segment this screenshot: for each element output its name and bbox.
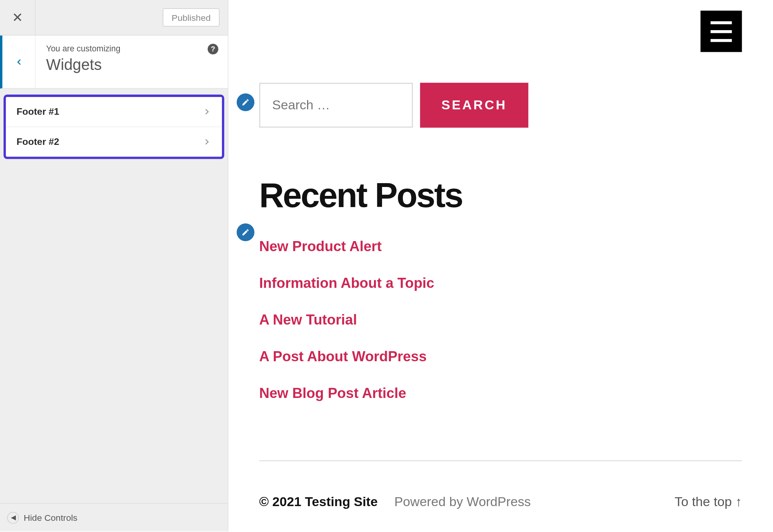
menu-toggle-button[interactable]: [701, 11, 742, 52]
search-input[interactable]: [259, 83, 413, 127]
list-item: Information About a Topic: [259, 275, 742, 291]
help-icon: ?: [211, 45, 215, 53]
pencil-icon: [241, 98, 249, 106]
widget-area-list: Footer #1 Footer #2: [0, 95, 228, 159]
back-button[interactable]: [2, 36, 36, 88]
hide-controls-button[interactable]: ◀ Hide Controls: [0, 503, 228, 531]
section-title: Widgets: [46, 56, 217, 74]
recent-posts-heading: Recent Posts: [259, 175, 742, 215]
list-item: New Blog Post Article: [259, 385, 742, 401]
preview-content: SEARCH Recent Posts New Product Alert In…: [259, 83, 742, 510]
post-link[interactable]: New Product Alert: [259, 238, 382, 254]
widget-area-footer-1[interactable]: Footer #1: [6, 97, 222, 127]
post-link[interactable]: New Blog Post Article: [259, 385, 406, 401]
close-icon: ✕: [12, 10, 23, 25]
post-link[interactable]: A Post About WordPress: [259, 348, 427, 364]
chevron-right-icon: [203, 138, 211, 146]
edit-shortcut-recent-posts[interactable]: [237, 223, 254, 241]
pencil-icon: [241, 228, 249, 236]
help-button[interactable]: ?: [208, 44, 218, 54]
search-widget: SEARCH: [259, 83, 742, 127]
widget-area-footer-2[interactable]: Footer #2: [6, 127, 222, 157]
customizing-label: You are customizing: [46, 44, 217, 53]
post-link[interactable]: A New Tutorial: [259, 311, 357, 327]
edit-shortcut-search[interactable]: [237, 93, 254, 111]
chevron-left-icon: [14, 58, 22, 66]
search-button[interactable]: SEARCH: [420, 83, 528, 127]
customizer-sidebar: ✕ Published You are customizing Widgets …: [0, 0, 229, 531]
widget-area-label: Footer #2: [17, 136, 59, 147]
widget-area-label: Footer #1: [17, 106, 59, 117]
publish-status-badge[interactable]: Published: [163, 8, 220, 26]
hamburger-icon: [711, 30, 732, 33]
post-link[interactable]: Information About a Topic: [259, 275, 434, 291]
recent-posts-list: New Product Alert Information About a To…: [259, 238, 742, 401]
hamburger-icon: [711, 21, 732, 24]
sidebar-section-header: You are customizing Widgets ?: [0, 36, 228, 89]
close-customizer-button[interactable]: ✕: [0, 0, 36, 35]
highlight-annotation: Footer #1 Footer #2: [3, 95, 224, 159]
powered-by-link[interactable]: Powered by WordPress: [394, 494, 531, 510]
list-item: New Product Alert: [259, 238, 742, 255]
list-item: A New Tutorial: [259, 311, 742, 328]
hide-controls-label: Hide Controls: [24, 513, 77, 523]
sidebar-top-bar: ✕ Published: [0, 0, 228, 36]
to-top-link[interactable]: To the top ↑: [675, 494, 742, 510]
collapse-icon: ◀: [7, 512, 19, 524]
site-footer: © 2021 Testing Site Powered by WordPress…: [259, 494, 742, 510]
site-preview: SEARCH Recent Posts New Product Alert In…: [229, 0, 773, 531]
chevron-right-icon: [203, 107, 211, 116]
footer-divider: [259, 461, 742, 461]
hamburger-icon: [711, 39, 732, 42]
list-item: A Post About WordPress: [259, 348, 742, 365]
copyright-text: © 2021 Testing Site: [259, 494, 378, 510]
